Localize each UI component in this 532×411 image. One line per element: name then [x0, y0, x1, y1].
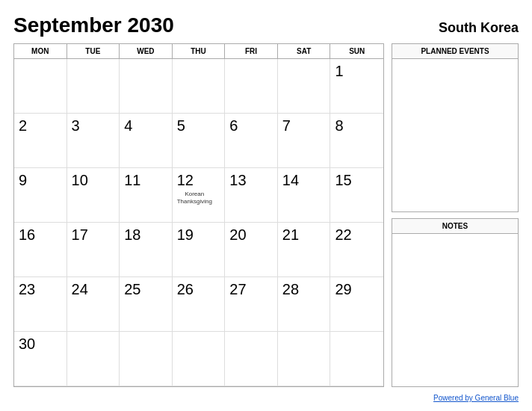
day-number: 13 [229, 171, 246, 189]
footer: Powered by General Blue [13, 390, 519, 404]
day-cell: 2 [14, 114, 67, 168]
day-cell: 26 [173, 277, 226, 332]
day-number: 15 [335, 171, 351, 189]
day-number: 9 [19, 171, 27, 189]
day-number: 30 [19, 335, 35, 353]
day-cell [278, 59, 331, 114]
day-number: 26 [177, 280, 194, 298]
notes-content [392, 234, 518, 386]
main-content: MONTUEWEDTHUFRISATSUN 123456789101112Kor… [13, 43, 519, 387]
day-number: 2 [19, 117, 27, 135]
day-cell: 10 [67, 168, 120, 223]
day-header: SAT [278, 44, 331, 58]
day-number: 16 [19, 226, 35, 244]
day-cell [278, 332, 331, 386]
day-cell [225, 59, 278, 114]
day-number: 28 [282, 280, 299, 298]
day-number: 19 [177, 226, 194, 244]
day-cell: 8 [330, 114, 383, 168]
calendar-section: MONTUEWEDTHUFRISATSUN 123456789101112Kor… [13, 43, 384, 387]
day-cell: 13 [225, 168, 278, 223]
notes-box: NOTES [392, 218, 519, 387]
calendar-grid: 123456789101112Korean Thanksgiving131415… [14, 59, 383, 386]
day-cell: 3 [67, 114, 120, 168]
day-number: 20 [229, 226, 246, 244]
day-cell: 6 [225, 114, 278, 168]
day-cell: 29 [330, 277, 383, 332]
planned-events-content [392, 59, 518, 211]
event-label: Korean Thanksgiving [177, 191, 212, 206]
powered-by-link[interactable]: Powered by General Blue [433, 394, 519, 402]
day-cell: 11 [120, 168, 173, 223]
day-cell: 15 [330, 168, 383, 223]
day-cell: 7 [278, 114, 331, 168]
day-cell: 25 [120, 277, 173, 332]
day-number: 17 [72, 226, 88, 244]
day-number: 8 [335, 117, 343, 135]
day-number: 21 [282, 226, 299, 244]
day-cell: 28 [278, 277, 331, 332]
day-cell: 4 [120, 114, 173, 168]
day-number: 24 [72, 280, 88, 298]
day-number: 5 [177, 117, 185, 135]
day-cell [67, 59, 120, 114]
day-number: 6 [229, 117, 238, 135]
day-cell: 24 [67, 277, 120, 332]
day-number: 12 [177, 171, 194, 189]
day-cell: 14 [278, 168, 331, 223]
day-number: 25 [124, 280, 140, 298]
day-cell [14, 59, 67, 114]
day-cell: 20 [225, 223, 278, 277]
day-number: 22 [335, 226, 351, 244]
country-label: South Korea [439, 20, 519, 36]
planned-events-label: PLANNED EVENTS [392, 44, 518, 59]
day-number: 4 [124, 117, 132, 135]
calendar-page: September 2030 South Korea MONTUEWEDTHUF… [0, 0, 532, 411]
day-header: FRI [225, 44, 278, 58]
day-number: 14 [282, 171, 299, 189]
day-number: 23 [19, 280, 35, 298]
day-cell: 19 [173, 223, 226, 277]
notes-label: NOTES [392, 219, 518, 234]
day-cell: 9 [14, 168, 67, 223]
header: September 2030 South Korea [13, 13, 519, 37]
day-header: SUN [330, 44, 383, 58]
planned-events-box: PLANNED EVENTS [392, 43, 519, 212]
day-number: 29 [335, 280, 351, 298]
day-cell: 16 [14, 223, 67, 277]
day-cell: 27 [225, 277, 278, 332]
day-headers: MONTUEWEDTHUFRISATSUN [14, 44, 383, 59]
day-cell [173, 59, 226, 114]
day-cell [67, 332, 120, 386]
day-number: 1 [335, 62, 343, 80]
day-number: 3 [72, 117, 80, 135]
day-cell: 23 [14, 277, 67, 332]
day-cell [225, 332, 278, 386]
day-cell: 21 [278, 223, 331, 277]
day-number: 18 [124, 226, 140, 244]
day-cell [173, 332, 226, 386]
day-number: 10 [72, 171, 88, 189]
calendar-title: September 2030 [13, 13, 174, 37]
day-header: MON [14, 44, 67, 58]
day-cell [120, 332, 173, 386]
day-cell: 17 [67, 223, 120, 277]
day-number: 7 [282, 117, 291, 135]
day-cell: 12Korean Thanksgiving [173, 168, 226, 223]
day-number: 27 [229, 280, 246, 298]
day-cell [120, 59, 173, 114]
day-cell: 5 [173, 114, 226, 168]
day-number: 11 [124, 171, 140, 189]
day-header: TUE [67, 44, 120, 58]
day-cell: 30 [14, 332, 67, 386]
day-cell [330, 332, 383, 386]
day-header: WED [120, 44, 173, 58]
day-cell: 18 [120, 223, 173, 277]
day-cell: 1 [330, 59, 383, 114]
day-cell: 22 [330, 223, 383, 277]
day-header: THU [173, 44, 226, 58]
sidebar: PLANNED EVENTS NOTES [392, 43, 519, 387]
